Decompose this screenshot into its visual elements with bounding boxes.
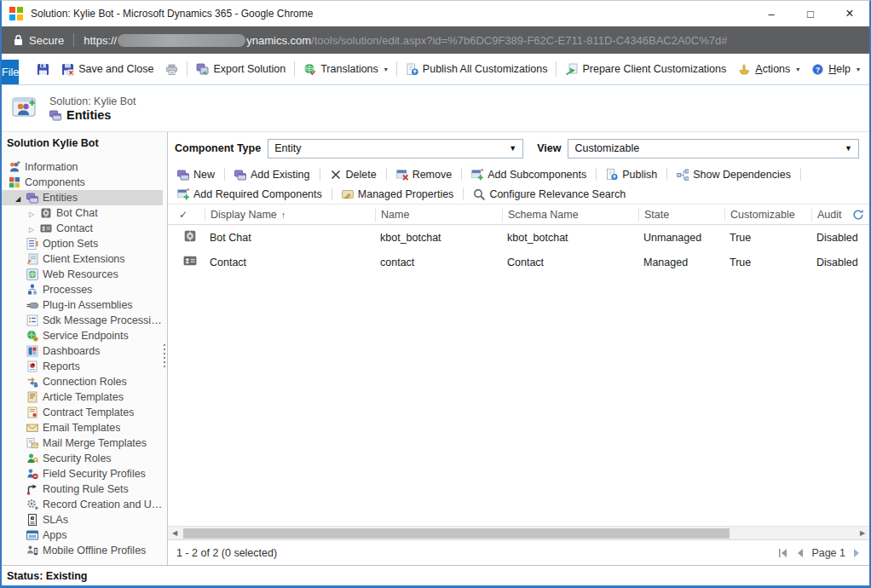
publish-all-customizations-button[interactable]: Publish All Customizations [400, 58, 554, 80]
sidebar-item-processes[interactable]: Processes [2, 282, 163, 297]
sidebar-item-field-security-profiles[interactable]: Field Security Profiles [2, 466, 163, 481]
cell-display-name: Bot Chat [205, 232, 375, 244]
prepare-client-customizations-button[interactable]: Prepare Client Customizations [559, 58, 732, 80]
save-and-close-button[interactable]: Save and Close [55, 58, 159, 80]
add-subcomponents-button[interactable]: * Add Subcomponents [465, 169, 592, 181]
sidebar-splitter-handle[interactable] [163, 343, 166, 369]
sidebar-item-client-extensions[interactable]: Client Extensions [2, 251, 163, 267]
close-button[interactable]: × [830, 1, 869, 26]
minimize-button[interactable]: – [752, 1, 791, 26]
first-page-icon[interactable] [778, 549, 789, 557]
cell-customizable: True [724, 257, 811, 268]
translations-button[interactable]: Translations ▾ [297, 58, 394, 80]
sidebar-item-record-creation-update-rules[interactable]: Record Creation and Upda... [2, 497, 163, 512]
sidebar-item-label: Reports [43, 360, 80, 372]
show-dependencies-button[interactable]: Show Dependencies [671, 169, 797, 181]
sidebar-item-plugin-assemblies[interactable]: Plug-in Assemblies [2, 297, 163, 313]
column-header-state[interactable]: State [638, 208, 724, 222]
print-icon [165, 63, 178, 76]
publish-label: Publish [622, 169, 657, 181]
sidebar-item-connection-roles[interactable]: Connection Roles [2, 374, 163, 389]
managed-properties-button[interactable]: Managed Properties [336, 188, 460, 200]
configure-relevance-search-button[interactable]: Configure Relevance Search [467, 188, 632, 200]
scrollbar-thumb[interactable] [183, 528, 730, 539]
page-indicator: Page 1 [811, 547, 845, 559]
remove-button[interactable]: Remove [390, 169, 459, 181]
new-button[interactable]: New [171, 169, 221, 181]
table-row-contact[interactable]: Contact contact Contact Managed True Dis… [168, 250, 869, 274]
grid-toolbar-row2: * Add Required Components Managed Proper… [168, 184, 869, 205]
sidebar-item-bot-chat[interactable]: Bot Chat [2, 205, 163, 221]
prepare-client-icon [565, 63, 578, 76]
sidebar-item-slas[interactable]: SLAs [2, 512, 163, 527]
plugin-assemblies-icon [26, 299, 38, 311]
sidebar-item-label: Sdk Message Processing St... [43, 314, 163, 326]
add-existing-icon [234, 169, 246, 181]
sdk-message-steps-icon [26, 314, 38, 326]
url-field[interactable]: https:// ynamics.com /tools/solution/edi… [84, 34, 727, 47]
scrollbar-track[interactable] [182, 527, 856, 540]
reports-icon [26, 360, 38, 372]
help-label: Help [828, 63, 851, 75]
routing-rule-sets-icon [26, 483, 38, 495]
sidebar-item-option-sets[interactable]: Option Sets [2, 236, 163, 251]
sidebar-item-sdk-message-processing-steps[interactable]: Sdk Message Processing St... [2, 313, 163, 328]
refresh-icon[interactable] [852, 209, 864, 221]
help-button[interactable]: ? Help ▾ [805, 58, 866, 80]
expander-closed-icon[interactable] [27, 207, 36, 219]
horizontal-scrollbar[interactable]: ◀ ▶ [168, 526, 869, 539]
column-header-name[interactable]: Name [375, 208, 502, 222]
publish-button[interactable]: Publish [600, 169, 663, 181]
status-bar: Status: Existing [2, 565, 869, 585]
sidebar-item-article-templates[interactable]: Article Templates [2, 389, 163, 405]
sidebar-item-information[interactable]: Information [2, 159, 163, 175]
actions-button[interactable]: Actions ▾ [732, 58, 805, 80]
record-creation-icon [26, 499, 38, 510]
maximize-button[interactable]: □ [791, 1, 830, 26]
sidebar-item-entities[interactable]: Entities [2, 190, 163, 205]
expander-closed-icon[interactable] [27, 222, 36, 234]
scroll-left-icon[interactable]: ◀ [168, 529, 182, 537]
slas-icon [26, 514, 38, 526]
select-all-column-header[interactable] [168, 208, 205, 222]
print-button[interactable] [159, 58, 184, 80]
previous-page-icon[interactable] [796, 549, 805, 557]
column-header-schema-name[interactable]: Schema Name [502, 208, 638, 222]
sidebar-item-security-roles[interactable]: Security Roles [2, 451, 163, 466]
next-page-icon[interactable] [852, 549, 861, 557]
save-button[interactable] [31, 58, 55, 80]
sidebar-item-web-resources[interactable]: Web Resources [2, 267, 163, 282]
file-tab[interactable]: File [2, 60, 19, 84]
sidebar-item-contact[interactable]: Contact [2, 221, 163, 236]
sidebar-item-reports[interactable]: Reports [2, 359, 163, 374]
view-select[interactable]: Customizable ▼ [568, 139, 859, 159]
site-security-chip[interactable]: Secure [14, 34, 64, 47]
export-solution-button[interactable]: Export Solution [190, 58, 291, 80]
column-header-customizable[interactable]: Customizable [724, 208, 811, 222]
delete-button[interactable]: Delete [324, 169, 383, 181]
sidebar-item-service-endpoints[interactable]: Service Endpoints [2, 328, 163, 343]
scroll-right-icon[interactable]: ▶ [856, 529, 869, 537]
window-title: Solution: Kylie Bot - Microsoft Dynamics… [31, 8, 752, 20]
component-type-select[interactable]: Entity ▼ [268, 139, 523, 159]
sidebar-item-mobile-offline-profiles[interactable]: Mobile Offline Profiles [2, 543, 163, 558]
sidebar-item-email-templates[interactable]: Email Templates [2, 420, 163, 435]
expander-open-icon[interactable] [14, 192, 22, 204]
sidebar-item-apps[interactable]: Apps [2, 527, 163, 543]
add-existing-label: Add Existing [251, 169, 309, 181]
table-row-bot-chat[interactable]: Bot Chat kbot_botchat kbot_botchat Unman… [168, 225, 869, 250]
entities-icon [49, 109, 61, 121]
add-existing-button[interactable]: Add Existing [228, 169, 315, 181]
toolbar-separator [463, 187, 464, 200]
solution-sidebar: Solution Kylie Bot Information Component… [2, 132, 168, 565]
column-header-audit[interactable]: Audit [811, 208, 869, 222]
add-required-components-button[interactable]: * Add Required Components [171, 188, 328, 200]
sidebar-item-mail-merge-templates[interactable]: Mail Merge Templates [2, 435, 163, 451]
sidebar-item-components[interactable]: Components [2, 175, 163, 190]
cell-state: Managed [638, 257, 724, 268]
client-extensions-icon [26, 253, 38, 265]
sidebar-item-dashboards[interactable]: Dashboards [2, 343, 163, 359]
column-header-display-name[interactable]: Display Name [205, 208, 375, 222]
sidebar-item-routing-rule-sets[interactable]: Routing Rule Sets [2, 481, 163, 497]
sidebar-item-contract-templates[interactable]: Contract Templates [2, 405, 163, 420]
